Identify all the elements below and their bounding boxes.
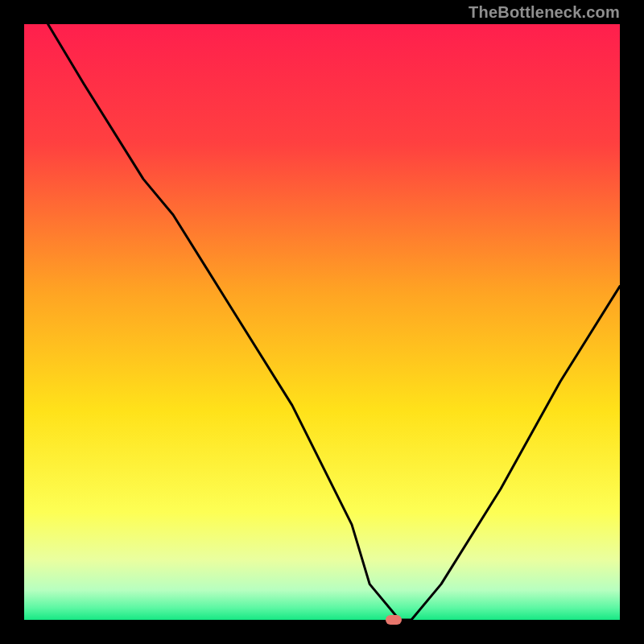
optimal-marker (386, 615, 402, 625)
chart-frame: TheBottleneck.com (0, 0, 644, 644)
plot-area (24, 24, 620, 620)
svg-rect-0 (24, 24, 620, 620)
watermark-text: TheBottleneck.com (469, 3, 620, 22)
background-gradient (24, 24, 620, 620)
